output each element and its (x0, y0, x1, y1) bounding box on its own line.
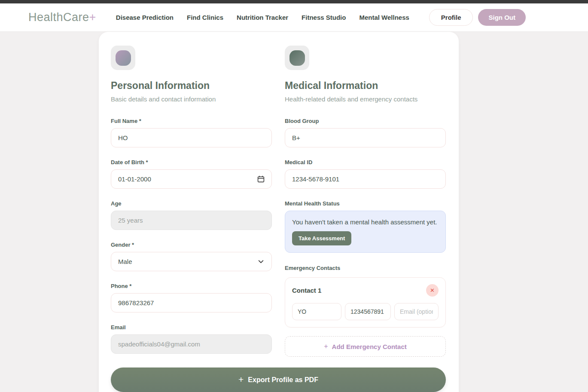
email-field-group: Email (111, 324, 272, 354)
personal-info-icon (111, 46, 135, 70)
signout-button[interactable]: Sign Out (478, 9, 526, 26)
medical-info-subtitle: Health-related details and emergency con… (285, 95, 446, 103)
age-label: Age (111, 200, 272, 207)
emergency-contact-card: Contact 1 ✕ (285, 277, 446, 328)
full-name-field-group: Full Name * (111, 118, 272, 147)
medical-cross-icon (289, 50, 305, 66)
mental-health-label: Mental Health Status (285, 200, 446, 207)
nav-item-mental-wellness[interactable]: Mental Wellness (359, 14, 409, 21)
add-emergency-contact-button[interactable]: + Add Emergency Contact (285, 336, 446, 357)
app-header: HealthCare+ Disease Prediction Find Clin… (0, 3, 588, 32)
mental-health-message: You haven't taken a mental health assess… (292, 218, 439, 226)
nav-item-nutrition-tracker[interactable]: Nutrition Tracker (237, 14, 288, 21)
contact-phone-input[interactable] (345, 303, 391, 320)
remove-contact-button[interactable]: ✕ (426, 284, 439, 297)
calendar-icon[interactable] (257, 175, 265, 183)
gender-field-group: Gender * Male (111, 242, 272, 271)
email-input (111, 334, 272, 354)
medical-info-title: Medical Information (285, 80, 446, 92)
mental-health-status-box: You haven't taken a mental health assess… (285, 211, 446, 253)
logo-plus-glyph: + (89, 11, 96, 24)
medical-id-input[interactable] (285, 169, 446, 189)
gender-select[interactable]: Male (111, 252, 272, 271)
logo-text: HealthCare (28, 11, 89, 24)
browser-chrome-bar (0, 0, 588, 3)
medical-id-field-group: Medical ID (285, 159, 446, 189)
export-button-label: Export Profile as PDF (248, 376, 318, 384)
nav-item-disease-prediction[interactable]: Disease Prediction (116, 14, 174, 21)
header-actions: Profile Sign Out (429, 9, 526, 26)
personal-info-title: Personal Information (111, 80, 272, 92)
dob-label: Date of Birth * (111, 159, 272, 165)
medical-info-icon (285, 46, 309, 70)
blood-group-label: Blood Group (285, 118, 446, 124)
close-icon: ✕ (430, 288, 435, 293)
contact-email-input[interactable] (394, 303, 439, 320)
take-assessment-button[interactable]: Take Assessment (292, 231, 351, 245)
profile-button[interactable]: Profile (429, 9, 473, 26)
app-logo[interactable]: HealthCare+ (28, 11, 96, 24)
phone-input[interactable] (111, 293, 272, 312)
blood-group-field-group: Blood Group (285, 118, 446, 147)
contact-name-input[interactable] (292, 303, 341, 320)
nav-item-fitness-studio[interactable]: Fitness Studio (302, 14, 346, 21)
nav-item-find-clinics[interactable]: Find Clinics (187, 14, 223, 21)
person-icon (116, 50, 131, 66)
main-nav: Disease Prediction Find Clinics Nutritio… (116, 14, 409, 21)
chevron-down-icon (257, 258, 265, 265)
contact-card-header: Contact 1 ✕ (292, 284, 439, 297)
personal-info-section: Personal Information Basic details and c… (111, 46, 272, 357)
full-name-label: Full Name * (111, 118, 272, 124)
blood-group-input[interactable] (285, 128, 446, 147)
age-input (111, 211, 272, 230)
age-field-group: Age (111, 200, 272, 230)
profile-card: Personal Information Basic details and c… (99, 32, 459, 392)
contact-inputs-row (292, 303, 439, 320)
dob-value: 01-01-2000 (118, 175, 151, 183)
export-profile-pdf-button[interactable]: + Export Profile as PDF (111, 368, 446, 392)
phone-label: Phone * (111, 283, 272, 289)
profile-grid: Personal Information Basic details and c… (111, 46, 446, 357)
add-contact-label: Add Emergency Contact (332, 343, 407, 350)
dob-date-input[interactable]: 01-01-2000 (111, 169, 272, 189)
page-body: Personal Information Basic details and c… (0, 32, 588, 392)
emergency-contacts-label: Emergency Contacts (285, 265, 446, 271)
emergency-contacts-group: Emergency Contacts Contact 1 ✕ (285, 265, 446, 357)
gender-label: Gender * (111, 242, 272, 248)
medical-id-label: Medical ID (285, 159, 446, 165)
phone-field-group: Phone * (111, 283, 272, 312)
dob-field-group: Date of Birth * 01-01-2000 (111, 159, 272, 189)
plus-icon: + (324, 343, 328, 350)
full-name-input[interactable] (111, 128, 272, 147)
contact-title: Contact 1 (292, 287, 321, 294)
personal-info-subtitle: Basic details and contact information (111, 95, 272, 103)
plus-icon: + (238, 374, 244, 385)
email-label: Email (111, 324, 272, 331)
mental-health-field-group: Mental Health Status You haven't taken a… (285, 200, 446, 253)
medical-info-section: Medical Information Health-related detai… (285, 46, 446, 357)
gender-selected-value: Male (118, 258, 132, 265)
